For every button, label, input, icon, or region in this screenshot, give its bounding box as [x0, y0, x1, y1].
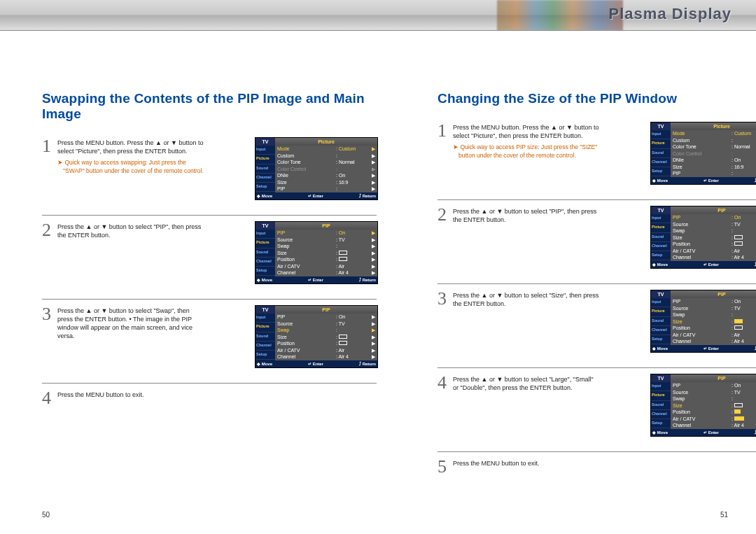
- osd-row-v: [732, 137, 756, 144]
- osd-row-k: PIP: [673, 214, 732, 221]
- osd-row-v: [732, 241, 756, 248]
- osd-rows: PIPOn▶ SourceTV▶ Swap▶ Size▶ Position▶ A…: [671, 214, 756, 261]
- footer-text: Enter: [313, 362, 323, 366]
- osd-row-v: Custom: [336, 146, 370, 153]
- osd-row-k: PIP: [277, 314, 336, 321]
- osd-pip-size-menu: TVPIP Input Picture Sound Channel Setup …: [650, 290, 756, 353]
- right-column: Changing the Size of the PIP Window 1 Pr…: [438, 91, 756, 484]
- osd-row-v: [336, 334, 370, 341]
- step-number: 3: [438, 290, 453, 308]
- footer-enter: ↵ Enter: [308, 192, 323, 199]
- osd-tab: Picture: [651, 139, 671, 148]
- separator: [42, 383, 377, 384]
- move-icon: ◆: [652, 430, 656, 435]
- osd-sidebar: Input Picture Sound Channel Setup: [651, 298, 671, 345]
- step-number: 1: [438, 122, 453, 140]
- left-step-2: 2 Press the ▲ or ▼ button to select "PIP…: [42, 221, 378, 295]
- osd-label-tv: TV: [651, 374, 671, 382]
- enter-icon: ↵: [308, 278, 312, 282]
- enter-icon: ↵: [308, 362, 312, 366]
- osd-tab: Channel: [651, 410, 671, 419]
- chevron-right-icon: ▶: [370, 327, 375, 334]
- chevron-right-icon: ▶: [370, 263, 375, 270]
- chevron-right-icon: ▶: [370, 159, 375, 166]
- right-step-5: 5 Press the MENU button to exit.: [438, 458, 756, 480]
- chevron-right-icon: ▶: [370, 153, 375, 160]
- osd-row-v: [732, 234, 756, 241]
- move-icon: ◆: [652, 346, 656, 351]
- osd-row-k: Swap: [277, 327, 336, 334]
- osd-pip-menu: TVPIP Input Picture Sound Channel Setup …: [255, 221, 378, 284]
- osd-pip-menu: TVPIP Input Picture Sound Channel Setup …: [650, 206, 756, 269]
- chevron-right-icon: ▶: [370, 172, 375, 179]
- osd-row-k: Source: [277, 321, 336, 328]
- osd-row-v: Normal: [336, 159, 370, 166]
- step-text: Press the MENU button. Press the ▲ or ▼ …: [57, 137, 204, 175]
- osd-row-k: Size: [277, 250, 336, 257]
- osd-tab: Sound: [255, 248, 275, 258]
- footer-text: Return: [363, 362, 376, 366]
- osd-rows: PIPOn▶ SourceTV▶ Swap▶ Size▶ Position▶ A…: [275, 230, 377, 276]
- chevron-right-icon: ▶: [370, 347, 375, 354]
- separator: [42, 299, 377, 300]
- osd-row-v: Custom: [732, 130, 756, 137]
- osd-tab: Setup: [651, 419, 671, 428]
- osd-footer: ◆ Move ↵ Enter ⤴ Return: [651, 345, 756, 352]
- header-banner: Plasma Display: [0, 0, 756, 31]
- right-step-1: 1 Press the MENU button. Press the ▲ or …: [438, 122, 756, 195]
- chevron-right-icon: ▶: [370, 179, 375, 186]
- osd-row-k: Position: [673, 325, 732, 332]
- osd-row-v: [732, 311, 756, 318]
- enter-icon: ↵: [704, 178, 707, 183]
- osd-row-k: Air / CATV: [277, 347, 336, 354]
- step-text: Press the MENU button. Press the ▲ or ▼ …: [453, 122, 600, 160]
- page-number-right: 51: [720, 511, 728, 519]
- osd-sidebar: Input Picture Sound Channel Setup: [651, 214, 671, 261]
- footer-text: Move: [262, 362, 272, 366]
- step-number: 4: [438, 374, 453, 392]
- osd-row-k: DNIe: [673, 157, 732, 164]
- osd-rows: ModeCustom▶ Custom▶ Color ToneNormal▶ Co…: [671, 130, 756, 177]
- size-icon: [734, 319, 743, 323]
- osd-row-v: Air 4: [336, 353, 370, 360]
- osd-tab: Picture: [255, 239, 275, 248]
- step-number: 4: [42, 389, 57, 407]
- osd-row-k: PIP: [673, 170, 732, 177]
- osd-row-k: Swap: [673, 311, 732, 318]
- footer-move: ◆ Move: [257, 192, 272, 199]
- osd-row-v: TV: [336, 237, 370, 244]
- chevron-right-icon: ▶: [370, 237, 375, 244]
- chevron-right-icon: ▶: [370, 230, 375, 237]
- separator: [438, 451, 756, 452]
- position-icon: [339, 257, 347, 261]
- osd-row-k: Air / CATV: [673, 332, 732, 339]
- osd-row-k: Position: [277, 256, 336, 263]
- left-step-3: 3 Press the ▲ or ▼ button to select "Swa…: [42, 305, 378, 379]
- osd-label-tv: TV: [255, 306, 275, 314]
- left-step-1: 1 Press the MENU button. Press the ▲ or …: [42, 137, 378, 211]
- section-title-size: Changing the Size of the PIP Window: [438, 91, 756, 106]
- chevron-right-icon: ▶: [370, 166, 375, 173]
- osd-row-v: On: [732, 157, 756, 164]
- osd-tab: Picture: [255, 323, 275, 332]
- osd-tab: Sound: [651, 149, 671, 158]
- osd-footer: ◆ Move ↵ Enter ⤴ Return: [255, 276, 377, 283]
- osd-row-k: Color Control: [673, 150, 732, 157]
- osd-row-v: Air: [732, 248, 756, 255]
- osd-tab: Setup: [651, 167, 671, 176]
- osd-footer: ◆ Move ↵ Enter ⤴ Return: [651, 261, 756, 268]
- size-icon: [734, 235, 743, 239]
- osd-row-k: Swap: [673, 395, 732, 402]
- footer-text: Return: [363, 278, 376, 282]
- osd-tab: Sound: [651, 401, 671, 410]
- size-small-icon: [734, 409, 741, 414]
- osd-tab: Setup: [255, 267, 275, 276]
- chevron-right-icon: ▶: [370, 353, 375, 360]
- osd-sidebar: Input Picture Sound Channel Setup: [255, 230, 275, 276]
- osd-pip-size-open-menu: TVPIP Input Picture Sound Channel Setup …: [650, 374, 756, 437]
- osd-sidebar: Input Picture Sound Channel Setup: [255, 146, 275, 192]
- chevron-right-icon: ▶: [370, 185, 375, 192]
- osd-tab: Setup: [651, 251, 671, 260]
- osd-picture-menu: TVPicture Input Picture Sound Channel Se…: [650, 122, 756, 185]
- footer-text: Move: [657, 346, 668, 351]
